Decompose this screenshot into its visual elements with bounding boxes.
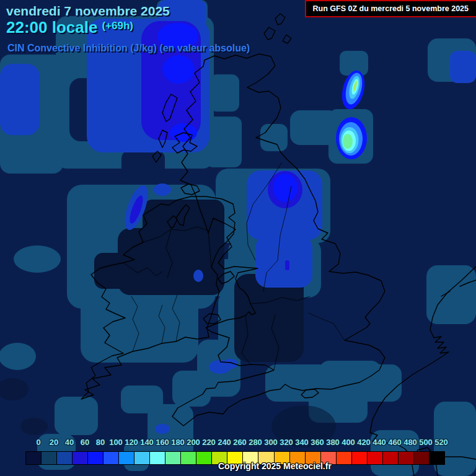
forecast-date: vendredi 7 novembre 2025 <box>6 4 170 19</box>
cin-maximum-blob-lower <box>336 117 367 159</box>
forecast-hour-offset: (+69h) <box>102 20 133 32</box>
run-banner: Run GFS 0Z du mercredi 5 novembre 2025 <box>305 0 476 17</box>
forecast-time: 22:00 locale(+69h) <box>6 18 133 37</box>
forecast-time-value: 22:00 locale <box>6 18 97 37</box>
parameter-title: CIN Convective Inhibition (J/kg) (en val… <box>7 43 250 54</box>
weather-map <box>0 0 476 476</box>
copyright: Copyright 2025 Meteociel.fr <box>218 461 332 471</box>
weather-map-page: vendredi 7 novembre 2025 22:00 locale(+6… <box>0 0 476 476</box>
